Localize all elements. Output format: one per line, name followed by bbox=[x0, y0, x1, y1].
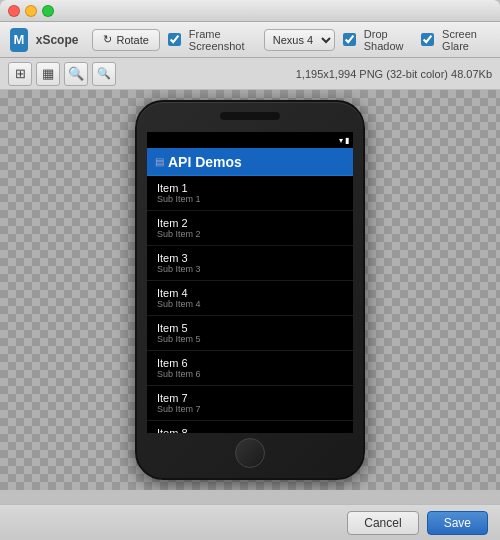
frame-screenshot-checkbox[interactable] bbox=[168, 33, 181, 46]
traffic-lights bbox=[8, 5, 54, 17]
wifi-icon: ▾ bbox=[339, 136, 343, 145]
cancel-button[interactable]: Cancel bbox=[347, 511, 418, 535]
rotate-label: Rotate bbox=[116, 34, 148, 46]
item-subtitle: Sub Item 7 bbox=[157, 404, 343, 414]
item-subtitle: Sub Item 5 bbox=[157, 334, 343, 344]
screen-glare-label: Screen Glare bbox=[442, 28, 490, 52]
battery-icon: ▮ bbox=[345, 136, 349, 145]
minimize-button[interactable] bbox=[25, 5, 37, 17]
zoom-in-button[interactable]: 🔍 bbox=[64, 62, 88, 86]
item-title: Item 5 bbox=[157, 322, 343, 334]
drop-shadow-label: Drop Shadow bbox=[364, 28, 413, 52]
list-item: Item 1 Sub Item 1 bbox=[147, 176, 353, 211]
list-item: Item 5 Sub Item 5 bbox=[147, 316, 353, 351]
android-list: Item 1 Sub Item 1 Item 2 Sub Item 2 Item… bbox=[147, 176, 353, 433]
maximize-button[interactable] bbox=[42, 5, 54, 17]
save-button[interactable]: Save bbox=[427, 511, 488, 535]
item-title: Item 6 bbox=[157, 357, 343, 369]
item-subtitle: Sub Item 6 bbox=[157, 369, 343, 379]
item-title: Item 1 bbox=[157, 182, 343, 194]
rotate-button[interactable]: ↻ Rotate bbox=[92, 29, 159, 51]
item-subtitle: Sub Item 3 bbox=[157, 264, 343, 274]
list-item: Item 3 Sub Item 3 bbox=[147, 246, 353, 281]
canvas-area[interactable]: ▾ ▮ ▤ API Demos Item 1 Sub Item 1 Item 2 bbox=[0, 90, 500, 490]
item-title: Item 2 bbox=[157, 217, 343, 229]
zoom-out-icon: 🔍 bbox=[97, 67, 111, 80]
list-item: Item 2 Sub Item 2 bbox=[147, 211, 353, 246]
phone-speaker bbox=[220, 112, 280, 120]
rotate-icon: ↻ bbox=[103, 33, 112, 46]
zoom-out-button[interactable]: 🔍 bbox=[92, 62, 116, 86]
image-info: 1,195x1,994 PNG (32-bit color) 48.07Kb bbox=[296, 68, 492, 80]
secondary-toolbar: ⊞ ▦ 🔍 🔍 1,195x1,994 PNG (32-bit color) 4… bbox=[0, 58, 500, 90]
squares-icon: ▦ bbox=[42, 66, 54, 81]
logo-text: M bbox=[13, 32, 24, 47]
app-icon: ▤ bbox=[155, 156, 164, 167]
phone-screen: ▾ ▮ ▤ API Demos Item 1 Sub Item 1 Item 2 bbox=[147, 132, 353, 433]
toggle-view2-button[interactable]: ▦ bbox=[36, 62, 60, 86]
phone-mockup: ▾ ▮ ▤ API Demos Item 1 Sub Item 1 Item 2 bbox=[135, 100, 365, 480]
item-subtitle: Sub Item 2 bbox=[157, 229, 343, 239]
item-title: Item 7 bbox=[157, 392, 343, 404]
item-title: Item 8 bbox=[157, 427, 343, 433]
grid-icon: ⊞ bbox=[15, 66, 26, 81]
frame-screenshot-label: Frame Screenshot bbox=[189, 28, 256, 52]
home-button[interactable] bbox=[235, 438, 265, 468]
android-statusbar: ▾ ▮ bbox=[147, 132, 353, 148]
device-select[interactable]: Nexus 4 Nexus 5 Nexus 6 Pixel 3 bbox=[264, 29, 335, 51]
zoom-in-icon: 🔍 bbox=[68, 66, 84, 81]
main-toolbar: M xScope ↻ Rotate Frame Screenshot Nexus… bbox=[0, 22, 500, 58]
list-item: Item 8 Sub Item 8 bbox=[147, 421, 353, 433]
bottom-bar: Cancel Save bbox=[0, 504, 500, 540]
item-title: Item 3 bbox=[157, 252, 343, 264]
brand-label: xScope bbox=[36, 33, 79, 47]
item-subtitle: Sub Item 1 bbox=[157, 194, 343, 204]
android-titlebar: ▤ API Demos bbox=[147, 148, 353, 176]
list-item: Item 4 Sub Item 4 bbox=[147, 281, 353, 316]
close-button[interactable] bbox=[8, 5, 20, 17]
toggle-view-button[interactable]: ⊞ bbox=[8, 62, 32, 86]
list-item: Item 7 Sub Item 7 bbox=[147, 386, 353, 421]
android-app-title: API Demos bbox=[168, 154, 242, 170]
screen-glare-checkbox[interactable] bbox=[421, 33, 434, 46]
drop-shadow-checkbox[interactable] bbox=[343, 33, 356, 46]
title-bar bbox=[0, 0, 500, 22]
list-item: Item 6 Sub Item 6 bbox=[147, 351, 353, 386]
phone-frame: ▾ ▮ ▤ API Demos Item 1 Sub Item 1 Item 2 bbox=[135, 100, 365, 480]
item-title: Item 4 bbox=[157, 287, 343, 299]
app-logo: M bbox=[10, 28, 28, 52]
item-subtitle: Sub Item 4 bbox=[157, 299, 343, 309]
